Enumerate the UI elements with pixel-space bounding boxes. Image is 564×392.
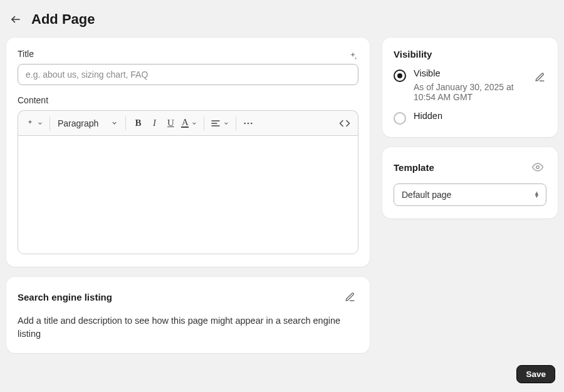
title-label: Title <box>18 49 34 59</box>
more-tools-button[interactable] <box>240 115 256 132</box>
page-title: Add Page <box>31 11 95 28</box>
template-card: Template Default page ▲▼ <box>382 147 558 219</box>
title-input[interactable] <box>18 64 358 85</box>
visibility-visible-radio[interactable] <box>394 70 406 82</box>
back-button[interactable] <box>9 13 23 26</box>
edit-seo-button[interactable] <box>341 288 358 306</box>
page-header: Add Page <box>0 0 564 38</box>
underline-button[interactable]: U <box>162 115 179 132</box>
seo-heading: Search engine listing <box>18 292 112 302</box>
seo-description: Add a title and description to see how t… <box>18 314 358 341</box>
edit-visibility-date-button[interactable] <box>533 68 546 86</box>
italic-button[interactable]: I <box>146 115 162 132</box>
editor-toolbar: Paragraph B I U A <box>18 110 358 135</box>
paragraph-style-button[interactable]: Paragraph <box>54 115 122 132</box>
sparkle-icon[interactable] <box>347 51 358 62</box>
visibility-hidden-label: Hidden <box>414 111 442 121</box>
page-details-card: Title Content Paragraph <box>6 38 370 267</box>
visibility-card: Visibility Visible As of January 30, 202… <box>382 38 558 137</box>
select-caret-icon: ▲▼ <box>534 192 540 198</box>
svg-point-7 <box>536 166 540 169</box>
html-view-button[interactable] <box>337 115 353 132</box>
bold-button[interactable]: B <box>130 115 146 132</box>
align-button[interactable] <box>208 115 232 132</box>
template-select[interactable]: Default page ▲▼ <box>394 183 546 206</box>
template-heading: Template <box>394 162 434 173</box>
content-label: Content <box>18 95 358 105</box>
visibility-heading: Visibility <box>394 49 546 59</box>
svg-point-6 <box>251 122 253 124</box>
visibility-visible-subtext: As of January 30, 2025 at 10:54 AM GMT <box>414 82 528 102</box>
ai-tools-button[interactable] <box>23 115 46 132</box>
template-select-value: Default page <box>402 190 451 200</box>
paragraph-style-label: Paragraph <box>58 118 98 128</box>
content-editor[interactable] <box>18 135 358 254</box>
svg-point-4 <box>244 122 246 124</box>
save-button[interactable]: Save <box>516 365 555 383</box>
text-color-button[interactable]: A <box>179 115 200 132</box>
seo-card: Search engine listing Add a title and de… <box>6 277 370 353</box>
visibility-hidden-radio[interactable] <box>394 112 406 125</box>
preview-template-button[interactable] <box>529 158 546 176</box>
svg-point-5 <box>248 122 249 124</box>
visibility-visible-label: Visible <box>414 68 528 78</box>
